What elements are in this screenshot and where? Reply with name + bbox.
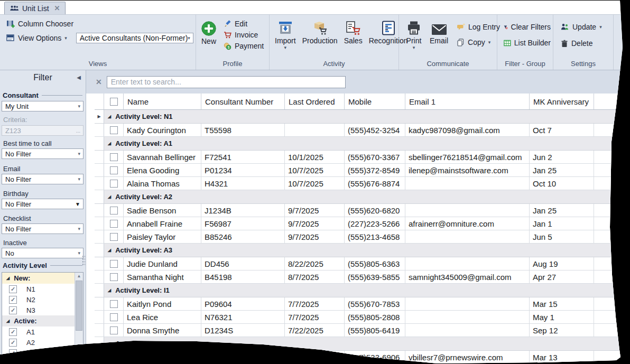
column-header-mk-anniversary[interactable]: MK Anniversary <box>530 94 594 109</box>
column-header-name[interactable]: Name <box>124 94 201 109</box>
birthday-filter-dropdown[interactable]: No Filter ▼ <box>2 199 84 209</box>
group-row[interactable]: ◢Activity Level: I2 <box>95 337 630 351</box>
activity-level-item[interactable]: N2 <box>2 294 75 305</box>
consultant-dropdown[interactable]: My Unit ▾ <box>2 101 84 111</box>
checklist-filter-dropdown[interactable]: No Filter ▾ <box>2 223 84 234</box>
group-expand-icon[interactable]: ◢ <box>108 195 111 199</box>
table-row[interactable]: Paisley TaylorB852469/7/2025(555)213-465… <box>95 230 630 244</box>
group-label-cell[interactable]: ◢Activity Level: N1 <box>104 110 630 123</box>
column-header-email-1[interactable]: Email 1 <box>405 94 530 109</box>
column-header-consultant-number[interactable]: Consultant Number <box>201 94 285 109</box>
search-clear-icon[interactable]: ✕ <box>96 78 102 86</box>
copy-button[interactable]: Copy ▾ <box>455 38 502 47</box>
row-checkbox[interactable] <box>110 326 118 334</box>
criteria-field[interactable]: Z123 ... <box>2 125 84 136</box>
activity-level-item[interactable]: N1 <box>2 284 75 294</box>
import-button[interactable]: Import ▾ <box>272 16 299 51</box>
group-expand-icon[interactable]: ◢ <box>108 248 111 253</box>
row-checkbox[interactable] <box>110 260 118 268</box>
payment-button[interactable]: $ Payment <box>221 41 266 51</box>
listbox-scrollbar[interactable]: ▲ <box>75 273 83 363</box>
tab-unit-list[interactable]: Unit List ✕ <box>4 2 66 14</box>
tab-close-icon[interactable]: ✕ <box>54 4 60 12</box>
group-row[interactable]: ◢Activity Level: I1 <box>95 284 630 297</box>
group-row[interactable]: ◢Activity Level: A3 <box>95 244 630 257</box>
group-label-cell[interactable]: ◢Activity Level: A1 <box>104 137 630 150</box>
invoice-button[interactable]: Invoice <box>221 30 266 40</box>
email-button[interactable]: Email <box>427 16 451 46</box>
activity-group-header[interactable]: ◢Active: <box>2 315 75 326</box>
activity-level-checkbox[interactable] <box>9 349 17 357</box>
table-row[interactable]: Samantha NightB451988/7/2025(555)639-585… <box>95 270 630 284</box>
group-expand-icon[interactable]: ◢ <box>108 115 111 119</box>
row-checkbox[interactable] <box>110 153 118 161</box>
update-button[interactable]: Update ▾ <box>559 22 613 32</box>
log-entry-button[interactable]: Log Entry <box>455 22 502 32</box>
activity-level-checkbox[interactable] <box>9 306 17 314</box>
row-checkbox[interactable] <box>110 180 118 188</box>
activity-level-checkbox[interactable] <box>9 285 17 293</box>
table-row[interactable]: Kaitlyn PondP096047/7/2025(555)670-7853M… <box>95 297 630 311</box>
activity-level-checkbox[interactable] <box>9 339 17 347</box>
delete-button[interactable]: Delete <box>559 39 613 48</box>
group-label-cell[interactable]: ◢Activity Level: A2 <box>104 190 630 203</box>
scrollbar-thumb[interactable] <box>76 281 82 331</box>
column-header-last-ordered[interactable]: Last Ordered <box>285 94 345 109</box>
activity-level-item[interactable]: A2 <box>2 337 75 348</box>
table-row[interactable]: Annabell FraineF569879/7/2025(227)223-52… <box>95 217 630 230</box>
row-checkbox[interactable] <box>110 353 118 361</box>
row-checkbox[interactable] <box>110 220 118 228</box>
group-row[interactable]: ▶◢Activity Level: N1 <box>95 110 630 124</box>
table-row[interactable]: Sadie BensonJ1234B9/7/2025(555)620-6820J… <box>95 204 630 217</box>
sales-button[interactable]: Sales <box>341 16 365 46</box>
edit-button[interactable]: Edit <box>221 19 266 29</box>
clear-filters-button[interactable]: Clear Filters <box>502 22 553 32</box>
list-builder-button[interactable]: List Builder <box>502 38 553 48</box>
table-row[interactable]: Donna SmytheD1234S7/22/2025(555)805-6419… <box>95 324 630 337</box>
row-checkbox[interactable] <box>110 313 118 321</box>
ellipsis-button[interactable]: ... <box>76 128 80 134</box>
row-checkbox[interactable] <box>110 233 118 241</box>
table-row[interactable]: Judie DunlandDD4568/22/2025(555)805-6363… <box>95 257 630 270</box>
group-label-cell[interactable]: ◢Activity Level: I2 <box>104 337 630 350</box>
group-expand-icon[interactable]: ◢ <box>108 288 111 293</box>
group-row[interactable]: ◢Activity Level: A1 <box>95 137 630 151</box>
table-row[interactable]: 6/15/2025(287)533-6906vbillesr7@prnewswi… <box>95 351 630 364</box>
group-expand-icon[interactable]: ◢ <box>108 142 111 146</box>
new-button[interactable]: New <box>198 17 219 46</box>
activity-level-item[interactable]: N3 <box>2 305 75 315</box>
scroll-up-icon[interactable]: ▲ <box>75 274 83 278</box>
row-checkbox[interactable] <box>110 273 118 281</box>
best-time-dropdown[interactable]: No Filter ▾ <box>2 148 84 159</box>
group-expand-icon[interactable]: ◢ <box>108 342 111 346</box>
activity-level-item[interactable]: A3 <box>2 348 75 358</box>
activity-group-header[interactable]: ◢New: <box>2 273 75 284</box>
select-all-checkbox[interactable] <box>110 98 118 106</box>
row-checkbox[interactable] <box>110 126 118 134</box>
activity-level-checkbox[interactable] <box>9 328 17 336</box>
group-row[interactable]: ◢Activity Level: A2 <box>95 190 630 204</box>
row-checkbox[interactable] <box>110 207 118 214</box>
views-dropdown[interactable]: Active Consultants (Non-Former) ▾ <box>76 33 193 43</box>
inactive-filter-dropdown[interactable]: No ▾ <box>2 248 84 258</box>
production-button[interactable]: Production <box>300 16 340 46</box>
chevron-down-icon: ▾ <box>599 25 602 30</box>
column-header-mobile[interactable]: Mobile <box>345 94 405 109</box>
row-checkbox[interactable] <box>110 300 118 308</box>
table-row[interactable]: Kady CouringtonT55598(555)452-3254kadyc9… <box>95 124 630 137</box>
table-row[interactable]: Elena GoodingP0123410/7/2025(555)372-854… <box>95 164 630 177</box>
table-row[interactable]: Alaina ThomasH432110/7/2025(555)676-8874… <box>95 177 630 190</box>
table-row[interactable]: Savannah BellingerF7254110/1/2025(555)67… <box>95 151 630 164</box>
activity-level-checkbox[interactable] <box>9 296 17 304</box>
activity-level-item[interactable]: A1 <box>2 326 75 337</box>
row-checkbox[interactable] <box>110 166 118 174</box>
view-options-button[interactable]: View Options ▾ <box>4 33 69 43</box>
table-row[interactable]: Lea RiceN763217/7/2025(555)805-2808May 1 <box>95 311 630 324</box>
email-filter-dropdown[interactable]: No Filter ▾ <box>2 174 84 184</box>
collapse-panel-icon[interactable]: ◀ <box>77 75 81 80</box>
column-chooser-button[interactable]: Column Chooser <box>4 19 76 29</box>
print-button[interactable]: Print ▾ <box>403 16 424 51</box>
search-input[interactable] <box>107 76 346 88</box>
group-label-cell[interactable]: ◢Activity Level: A3 <box>104 244 630 257</box>
group-label-cell[interactable]: ◢Activity Level: I1 <box>104 284 630 297</box>
